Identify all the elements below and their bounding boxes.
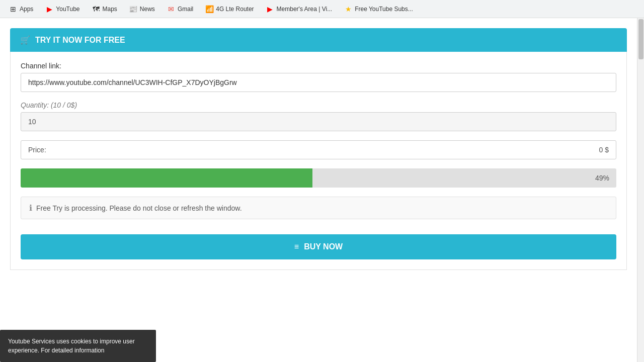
channel-field-group: Channel link: bbox=[21, 62, 616, 92]
progress-label: 49% bbox=[595, 174, 609, 182]
buy-now-button[interactable]: ≡ BUY NOW bbox=[21, 234, 616, 259]
tab-youtube-label: YouTube bbox=[56, 6, 79, 13]
scrollbar[interactable] bbox=[637, 18, 644, 362]
tab-4glte-label: 4G Lte Router bbox=[216, 6, 254, 13]
browser-tab-bar: ⊞ Apps ▶ YouTube 🗺 Maps 📰 News ✉ Gmail 📶… bbox=[0, 0, 644, 18]
price-value: 0 $ bbox=[599, 146, 609, 154]
channel-input[interactable] bbox=[21, 73, 616, 92]
tab-gmail-label: Gmail bbox=[178, 6, 193, 13]
tab-apps[interactable]: ⊞ Apps bbox=[4, 3, 38, 15]
gmail-icon: ✉ bbox=[167, 5, 175, 13]
apps-icon: ⊞ bbox=[9, 5, 17, 13]
form-section: Channel link: Quantity: (10 / 0$) Price:… bbox=[10, 52, 627, 270]
main-content: 🛒 TRY IT NOW FOR FREE Channel link: Quan… bbox=[0, 18, 637, 280]
section-header: 🛒 TRY IT NOW FOR FREE bbox=[10, 28, 627, 52]
freesubs-icon: ★ bbox=[344, 5, 352, 13]
tab-members-label: Member's Area | Vi... bbox=[277, 6, 333, 13]
tab-freesubs-label: Free YouTube Subs... bbox=[355, 6, 413, 13]
info-message: Free Try is processing. Please do not cl… bbox=[36, 204, 242, 212]
section-title: TRY IT NOW FOR FREE bbox=[35, 36, 125, 45]
info-box: ℹ Free Try is processing. Please do not … bbox=[21, 197, 616, 219]
4glte-icon: 📶 bbox=[205, 5, 213, 13]
tab-members[interactable]: ▶ Member's Area | Vi... bbox=[261, 3, 338, 15]
tab-freesubs[interactable]: ★ Free YouTube Subs... bbox=[339, 3, 418, 15]
quantity-input[interactable] bbox=[21, 112, 616, 131]
channel-label: Channel link: bbox=[21, 62, 616, 70]
quantity-label: Quantity: (10 / 0$) bbox=[21, 101, 616, 109]
quantity-field-group: Quantity: (10 / 0$) bbox=[21, 101, 616, 131]
scrollbar-thumb[interactable] bbox=[638, 19, 643, 59]
news-icon: 📰 bbox=[129, 5, 137, 13]
members-icon: ▶ bbox=[266, 5, 274, 13]
maps-icon: 🗺 bbox=[92, 5, 100, 13]
progress-bar bbox=[21, 168, 312, 188]
tab-youtube[interactable]: ▶ YouTube bbox=[40, 3, 85, 15]
buy-now-label: BUY NOW bbox=[304, 242, 343, 251]
cookie-text: Youtube Services uses cookies to improve… bbox=[8, 338, 135, 354]
tab-news-label: News bbox=[140, 6, 155, 13]
tab-maps-label: Maps bbox=[103, 6, 117, 13]
price-row: Price: 0 $ bbox=[21, 140, 616, 159]
tab-maps[interactable]: 🗺 Maps bbox=[87, 3, 122, 15]
tab-news[interactable]: 📰 News bbox=[124, 3, 160, 15]
cookie-banner: Youtube Services uses cookies to improve… bbox=[0, 330, 156, 362]
youtube-icon: ▶ bbox=[45, 5, 53, 13]
tab-gmail[interactable]: ✉ Gmail bbox=[162, 3, 198, 15]
progress-container: 49% bbox=[21, 168, 616, 188]
buy-now-icon: ≡ bbox=[294, 242, 299, 251]
tab-apps-label: Apps bbox=[20, 6, 33, 13]
info-icon: ℹ bbox=[29, 203, 32, 213]
price-label: Price: bbox=[28, 146, 46, 154]
cart-icon: 🛒 bbox=[20, 35, 30, 45]
tab-4glte[interactable]: 📶 4G Lte Router bbox=[200, 3, 259, 15]
